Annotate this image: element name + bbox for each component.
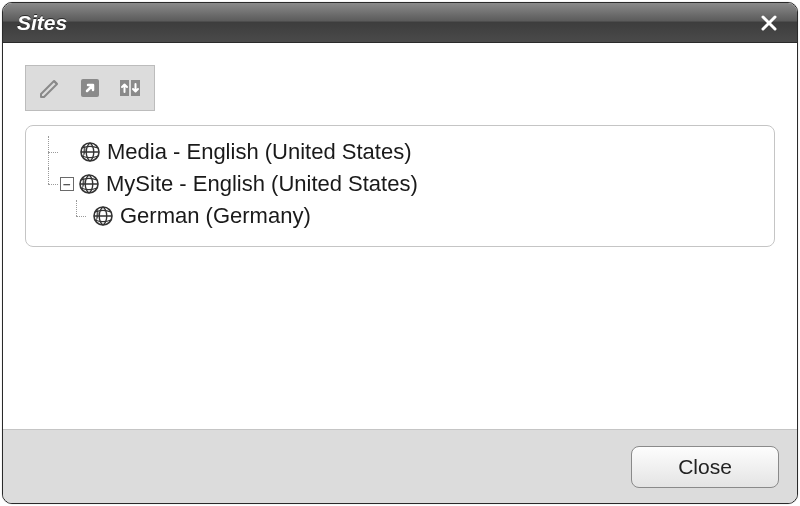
sites-tree: Media - English (United States) − MySite… [25, 125, 775, 247]
tree-node-label: German (Germany) [120, 203, 311, 229]
globe-icon [78, 173, 100, 195]
pencil-icon [37, 75, 63, 101]
tree-connector [38, 168, 60, 200]
collapse-toggle[interactable]: − [60, 177, 74, 191]
open-external-button[interactable] [72, 70, 108, 106]
edit-button[interactable] [32, 70, 68, 106]
compare-button[interactable] [112, 70, 148, 106]
dialog-title: Sites [17, 11, 755, 35]
sites-dialog: Sites [2, 2, 798, 504]
tree-connector [38, 136, 60, 168]
dialog-close-button[interactable] [755, 9, 783, 37]
tree-node-mysite[interactable]: − MySite - English (United States) [38, 168, 762, 200]
tree-connector [66, 200, 88, 232]
globe-icon [79, 141, 101, 163]
close-button[interactable]: Close [631, 446, 779, 488]
tree-node-label: Media - English (United States) [107, 139, 411, 165]
tree-node-media[interactable]: Media - English (United States) [38, 136, 762, 168]
dialog-titlebar: Sites [3, 3, 797, 43]
close-icon [760, 14, 778, 32]
globe-icon [92, 205, 114, 227]
toolbar [25, 65, 155, 111]
tree-node-label: MySite - English (United States) [106, 171, 418, 197]
tree-node-german[interactable]: German (Germany) [38, 200, 762, 232]
open-external-icon [77, 75, 103, 101]
split-arrows-icon [117, 75, 143, 101]
dialog-body: Media - English (United States) − MySite… [3, 43, 797, 429]
dialog-footer: Close [3, 429, 797, 503]
